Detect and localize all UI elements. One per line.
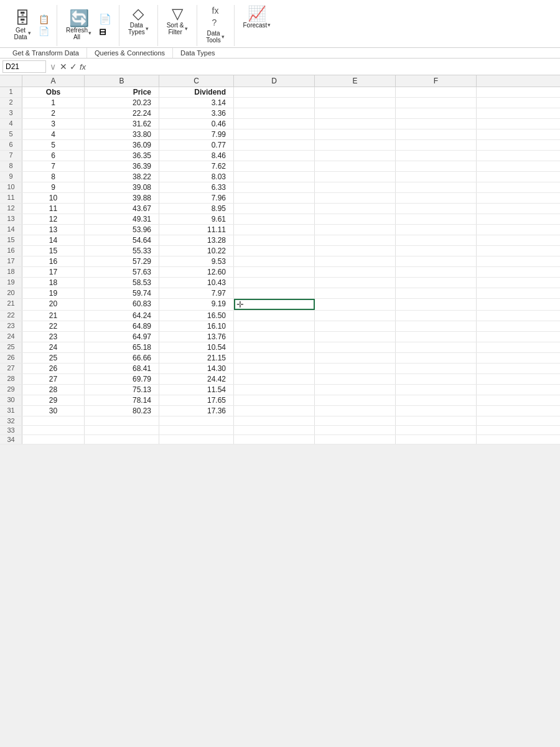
cell-f-3[interactable] (396, 108, 477, 118)
cell-b-25[interactable]: 65.18 (85, 342, 159, 352)
cell-f-30[interactable] (396, 395, 477, 405)
cell-c-27[interactable]: 14.30 (159, 364, 234, 374)
cell-a-28[interactable]: 27 (22, 374, 85, 384)
data-types-button[interactable]: ◇ Data Types ▾ (124, 5, 152, 37)
cell-e-26[interactable] (315, 353, 396, 363)
cell-a-32[interactable] (22, 416, 85, 425)
cell-c-4[interactable]: 0.46 (159, 119, 234, 129)
cell-e-12[interactable] (315, 204, 396, 214)
cell-c-23[interactable]: 16.10 (159, 321, 234, 331)
cell-d-19[interactable] (234, 278, 315, 288)
question-button[interactable]: ? (210, 17, 222, 28)
cell-b-2[interactable]: 20.23 (85, 98, 159, 108)
cell-b-34[interactable] (85, 435, 159, 444)
cell-f-20[interactable] (396, 288, 477, 298)
confirm-formula-icon[interactable]: ✓ (70, 62, 77, 72)
cell-e-5[interactable] (315, 129, 396, 139)
cell-b-28[interactable]: 69.79 (85, 374, 159, 384)
cell-e-24[interactable] (315, 332, 396, 342)
cell-d-18[interactable] (234, 267, 315, 277)
cell-a-9[interactable]: 8 (22, 172, 85, 182)
insert-function-icon[interactable]: fx (80, 62, 86, 72)
cell-b-30[interactable]: 78.14 (85, 395, 159, 405)
cell-c-1[interactable]: Dividend (159, 87, 234, 97)
cell-f-17[interactable] (396, 256, 477, 266)
cell-f-15[interactable] (396, 235, 477, 245)
cell-a-11[interactable]: 10 (22, 193, 85, 203)
cell-e-21[interactable] (315, 299, 396, 310)
cell-d-15[interactable] (234, 235, 315, 245)
cell-e-8[interactable] (315, 161, 396, 171)
cell-b-14[interactable]: 53.96 (85, 225, 159, 235)
cell-e-17[interactable] (315, 256, 396, 266)
cell-b-27[interactable]: 68.41 (85, 364, 159, 374)
cancel-formula-icon[interactable]: ✕ (60, 62, 67, 72)
cell-a-7[interactable]: 6 (22, 151, 85, 161)
cell-e-33[interactable] (315, 426, 396, 435)
cell-a-33[interactable] (22, 426, 85, 435)
cell-f-2[interactable] (396, 98, 477, 108)
cell-c-5[interactable]: 7.99 (159, 129, 234, 139)
cell-e-9[interactable] (315, 172, 396, 182)
cell-f-26[interactable] (396, 353, 477, 363)
sort-filter-button[interactable]: ▽ Sort & Filter ▾ (163, 5, 192, 37)
cell-b-31[interactable]: 80.23 (85, 406, 159, 416)
cell-d-29[interactable] (234, 385, 315, 395)
cell-d-34[interactable] (234, 435, 315, 444)
cell-e-23[interactable] (315, 321, 396, 331)
cell-c-21[interactable]: 9.19 (159, 299, 234, 310)
cell-e-3[interactable] (315, 108, 396, 118)
cell-c-32[interactable] (159, 416, 234, 425)
col-header-a[interactable]: A (22, 75, 85, 87)
cell-f-32[interactable] (396, 416, 477, 425)
cell-f-28[interactable] (396, 374, 477, 384)
cell-d-10[interactable] (234, 182, 315, 192)
cell-e-4[interactable] (315, 119, 396, 129)
cell-d-21[interactable]: ✛ (234, 299, 315, 310)
cell-e-30[interactable] (315, 395, 396, 405)
cell-b-1[interactable]: Price (85, 87, 159, 97)
cell-d-14[interactable] (234, 225, 315, 235)
cell-a-18[interactable]: 17 (22, 267, 85, 277)
cell-b-8[interactable]: 36.39 (85, 161, 159, 171)
cell-e-19[interactable] (315, 278, 396, 288)
col-header-f[interactable]: F (396, 75, 477, 87)
cell-reference-input[interactable] (2, 60, 46, 73)
cell-e-22[interactable] (315, 311, 396, 321)
cell-b-18[interactable]: 57.63 (85, 267, 159, 277)
cell-d-33[interactable] (234, 426, 315, 435)
cell-a-24[interactable]: 23 (22, 332, 85, 342)
cell-b-3[interactable]: 22.24 (85, 108, 159, 118)
cell-b-9[interactable]: 38.22 (85, 172, 159, 182)
cell-a-5[interactable]: 4 (22, 129, 85, 139)
cell-d-12[interactable] (234, 204, 315, 214)
cell-d-17[interactable] (234, 256, 315, 266)
cell-c-8[interactable]: 7.62 (159, 161, 234, 171)
cell-b-19[interactable]: 58.53 (85, 278, 159, 288)
cell-d-23[interactable] (234, 321, 315, 331)
cell-d-3[interactable] (234, 108, 315, 118)
cell-b-7[interactable]: 36.35 (85, 151, 159, 161)
data-tools-button[interactable]: Data Tools ▾ (202, 28, 228, 45)
cell-a-13[interactable]: 12 (22, 214, 85, 224)
cell-c-22[interactable]: 16.50 (159, 311, 234, 321)
cell-c-15[interactable]: 13.28 (159, 235, 234, 245)
cell-a-34[interactable] (22, 435, 85, 444)
cell-a-8[interactable]: 7 (22, 161, 85, 171)
cell-e-11[interactable] (315, 193, 396, 203)
cell-c-7[interactable]: 8.46 (159, 151, 234, 161)
cell-f-18[interactable] (396, 267, 477, 277)
cell-b-21[interactable]: 60.83 (85, 299, 159, 310)
cell-f-27[interactable] (396, 364, 477, 374)
cell-d-25[interactable] (234, 342, 315, 352)
cell-e-18[interactable] (315, 267, 396, 277)
cell-a-16[interactable]: 15 (22, 246, 85, 256)
cell-b-26[interactable]: 66.66 (85, 353, 159, 363)
cell-e-14[interactable] (315, 225, 396, 235)
cell-e-27[interactable] (315, 364, 396, 374)
cell-b-24[interactable]: 64.97 (85, 332, 159, 342)
cell-b-6[interactable]: 36.09 (85, 140, 159, 150)
cell-f-5[interactable] (396, 129, 477, 139)
cell-c-16[interactable]: 10.22 (159, 246, 234, 256)
cell-b-13[interactable]: 49.31 (85, 214, 159, 224)
